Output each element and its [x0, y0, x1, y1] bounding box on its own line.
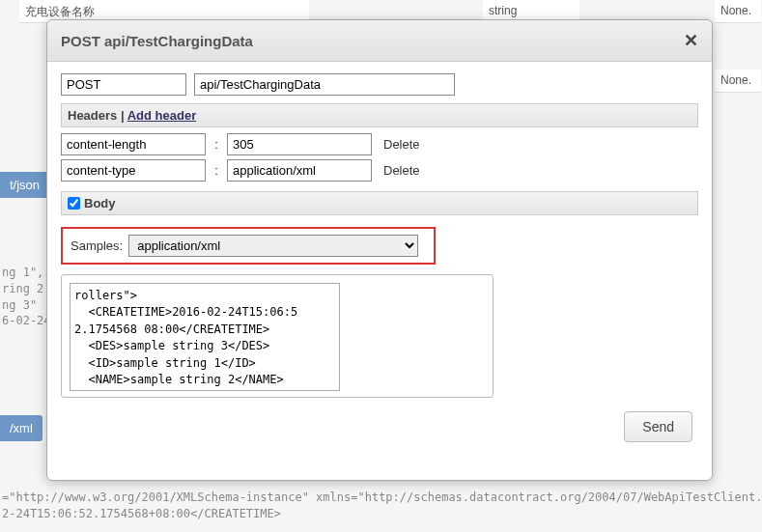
- headers-section-bar: Headers | Add header: [61, 103, 698, 127]
- api-url-input[interactable]: [194, 73, 455, 96]
- header-name-input[interactable]: [61, 133, 206, 155]
- headers-label: Headers: [68, 108, 117, 123]
- bg-field-none-1: None.: [715, 70, 761, 93]
- samples-label: Samples:: [71, 238, 123, 253]
- body-checkbox[interactable]: [68, 197, 80, 210]
- header-delete-link[interactable]: Delete: [383, 137, 420, 152]
- sidebar-tab-xml[interactable]: /xml: [0, 415, 42, 441]
- header-colon: :: [212, 137, 221, 152]
- header-colon: :: [212, 163, 221, 178]
- samples-select[interactable]: application/xml: [128, 235, 418, 257]
- modal-title-text: POST api/TestChargingData: [61, 33, 253, 49]
- body-container: rollers"> <CREATETIME>2016-02-24T15:06:5…: [61, 274, 494, 398]
- body-label: Body: [84, 196, 116, 210]
- api-test-modal: POST api/TestChargingData ✕ Headers | Ad…: [46, 19, 713, 481]
- modal-titlebar: POST api/TestChargingData ✕: [47, 20, 712, 62]
- header-delete-link[interactable]: Delete: [383, 163, 420, 178]
- bg-footer-fragment: ="http://www.w3.org/2001/XMLSchema-insta…: [0, 488, 762, 524]
- request-body-textarea[interactable]: rollers"> <CREATETIME>2016-02-24T15:06:5…: [70, 283, 340, 391]
- header-value-input[interactable]: [227, 133, 372, 155]
- header-row: : Delete: [61, 133, 698, 155]
- header-name-input[interactable]: [61, 159, 206, 182]
- sidebar-tab-json[interactable]: t/json: [0, 172, 49, 198]
- http-method-input[interactable]: [61, 73, 186, 96]
- body-section-bar: Body: [61, 191, 698, 215]
- header-row: : Delete: [61, 159, 698, 182]
- samples-highlight: Samples: application/xml: [61, 227, 436, 265]
- header-value-input[interactable]: [227, 159, 372, 182]
- bg-code-fragment: ng 1", ring 2 ng 3" 6-02-24: [0, 261, 53, 333]
- add-header-link[interactable]: Add header: [127, 108, 197, 123]
- send-button[interactable]: Send: [624, 411, 692, 442]
- close-icon[interactable]: ✕: [684, 30, 698, 51]
- bg-field-none-0: None.: [715, 0, 761, 23]
